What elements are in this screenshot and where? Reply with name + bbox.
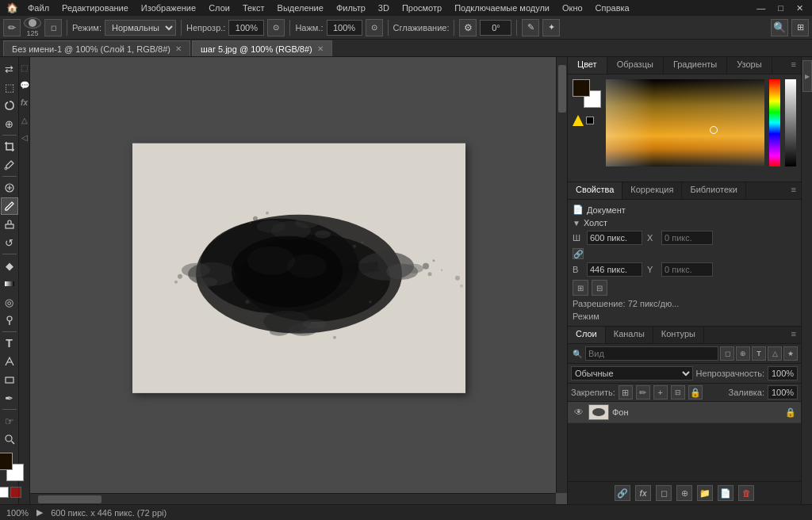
menu-filter[interactable]: Фильтр (331, 2, 371, 14)
color-picker-gradient[interactable] (606, 79, 764, 166)
window-close[interactable]: ✕ (791, 2, 809, 15)
panel-collapse-btn[interactable]: ▶ (802, 60, 812, 92)
window-maximize[interactable]: □ (772, 2, 789, 14)
lock-pixels-btn[interactable]: ✏ (636, 385, 650, 400)
fill-input[interactable] (768, 385, 798, 400)
menu-help[interactable]: Справка (590, 2, 635, 14)
new-layer-btn[interactable]: 📄 (718, 485, 733, 501)
fg-color-swatch[interactable] (0, 453, 13, 470)
brush-tool[interactable] (1, 197, 18, 215)
window-minimize[interactable]: — (751, 2, 771, 14)
path-select-tool[interactable] (1, 353, 18, 370)
layers-panel-options[interactable]: ≡ (787, 327, 801, 343)
menu-select[interactable]: Выделение (272, 2, 329, 14)
heal-tool[interactable] (1, 179, 18, 197)
layer-filter-smart[interactable]: ★ (783, 346, 798, 361)
gradient-tool[interactable] (1, 275, 18, 292)
layer-filter-shape[interactable]: △ (768, 346, 782, 361)
eraser-tool[interactable]: ◆ (1, 257, 18, 274)
delete-layer-btn[interactable]: 🗑 (738, 485, 754, 501)
dodge-tool[interactable] (1, 312, 18, 329)
marquee-tool[interactable]: ⬚ (1, 78, 18, 96)
eyedropper-tool[interactable] (1, 156, 18, 174)
tab-channels[interactable]: Каналы (606, 327, 653, 343)
sidebar-fg-swatch[interactable] (573, 79, 590, 97)
arrange-icon[interactable]: ⬚ (20, 60, 29, 75)
menu-plugins[interactable]: Подключаемые модули (449, 2, 555, 14)
link-layers-btn[interactable]: 🔗 (615, 485, 630, 501)
pen-tool[interactable]: ✒ (1, 389, 18, 407)
alpha-slider[interactable] (785, 79, 796, 166)
menu-image[interactable]: Изображение (136, 2, 201, 14)
layer-blend-select[interactable]: Обычные (571, 366, 693, 380)
color-panel-options[interactable]: ≡ (787, 57, 801, 74)
settings-icon[interactable]: ⚙ (459, 19, 477, 36)
stylus-icon[interactable]: ✦ (542, 19, 560, 36)
tab-libraries[interactable]: Библиотеки (682, 182, 746, 199)
fx-icon[interactable]: fx (20, 95, 29, 109)
blend-mode-select[interactable]: Нормальный (105, 20, 176, 36)
opacity-input[interactable] (228, 20, 264, 36)
zoom-tool[interactable] (1, 430, 18, 448)
add-mask-btn[interactable]: ◻ (656, 485, 672, 501)
crop-tool[interactable] (1, 138, 18, 155)
link-dimensions-icon[interactable]: 🔗 (573, 248, 584, 259)
tab-paths[interactable]: Контуры (653, 327, 704, 343)
tab-gradients[interactable]: Градиенты (664, 57, 727, 74)
layer-eye-bg[interactable]: 👁 (573, 406, 585, 419)
tab-shag5-close[interactable]: ✕ (317, 44, 324, 53)
color-swatches-tool[interactable] (0, 453, 24, 481)
props-panel-options[interactable]: ≡ (787, 182, 801, 199)
color-saturation-brightness[interactable] (606, 79, 764, 166)
angle-input[interactable] (480, 20, 511, 36)
workspace-icon[interactable]: ⊞ (791, 19, 809, 36)
add-group-btn[interactable]: 📁 (697, 485, 713, 501)
type-tool[interactable]: T (1, 335, 18, 352)
comment-icon[interactable]: 💬 (20, 78, 29, 92)
brush-size-picker[interactable]: 125 (24, 17, 41, 37)
opacity-icon[interactable]: ⊙ (267, 19, 285, 36)
move-tool[interactable]: ⇄ (1, 60, 18, 78)
fit-canvas-btn[interactable]: ⊞ (573, 280, 588, 296)
menu-edit[interactable]: Редактирование (56, 2, 134, 14)
home-icon[interactable]: 🏠 (3, 0, 21, 16)
lock-artboard-btn[interactable]: ⊟ (671, 385, 685, 400)
shape-tool[interactable] (1, 371, 18, 388)
tab-unnamed-close[interactable]: ✕ (175, 44, 182, 53)
menu-text[interactable]: Текст (237, 2, 270, 14)
layer-filter-type[interactable]: ◻ (720, 346, 734, 361)
lock-transparent-btn[interactable]: ⊞ (619, 385, 633, 400)
menu-3d[interactable]: 3D (373, 2, 395, 14)
blur-tool[interactable]: ◎ (1, 293, 18, 311)
history-panel-icon[interactable]: ◁ (20, 130, 29, 144)
menu-window[interactable]: Окно (557, 2, 588, 14)
lock-all-btn[interactable]: 🔒 (688, 385, 703, 400)
menu-file[interactable]: Файл (22, 2, 55, 14)
width-input[interactable]: 600 пикс. (587, 231, 642, 245)
search-icon[interactable]: 🔍 (771, 19, 788, 36)
tab-swatches[interactable]: Образцы (607, 57, 664, 74)
tab-layers[interactable]: Слои (568, 327, 606, 343)
tab-patterns[interactable]: Узоры (727, 57, 772, 74)
lasso-tool[interactable] (1, 97, 18, 114)
tab-color[interactable]: Цвет (568, 57, 607, 74)
flow-icon[interactable]: ⊙ (366, 19, 383, 36)
layer-opacity-input[interactable] (768, 366, 798, 380)
x-input[interactable] (661, 231, 713, 245)
adjust-icon[interactable]: △ (20, 113, 29, 127)
tab-unnamed[interactable]: Без имени-1 @ 100% (Слой 1, RGB/8#) ✕ (3, 40, 190, 56)
horizontal-scrollbar[interactable] (30, 493, 556, 504)
quick-mask-toggle[interactable] (0, 487, 21, 498)
fg-bg-sidebar-swatches[interactable] (573, 79, 601, 108)
quick-select-tool[interactable]: ⊕ (1, 115, 18, 132)
layer-filter-adjustment[interactable]: ⊕ (736, 346, 750, 361)
y-input[interactable] (661, 262, 713, 277)
pressure-icon[interactable]: ✎ (522, 19, 539, 36)
vertical-scroll-thumb[interactable] (558, 65, 566, 113)
status-triangle[interactable]: ▶ (36, 507, 43, 518)
brush-hardness-btn[interactable]: ◻ (44, 19, 62, 36)
add-adjustment-btn[interactable]: ⊕ (676, 485, 692, 501)
stamp-tool[interactable] (1, 216, 18, 233)
lock-position-btn[interactable]: + (653, 385, 668, 400)
tab-shag5[interactable]: шаг 5.jpg @ 100% (RGB/8#) ✕ (192, 40, 332, 56)
